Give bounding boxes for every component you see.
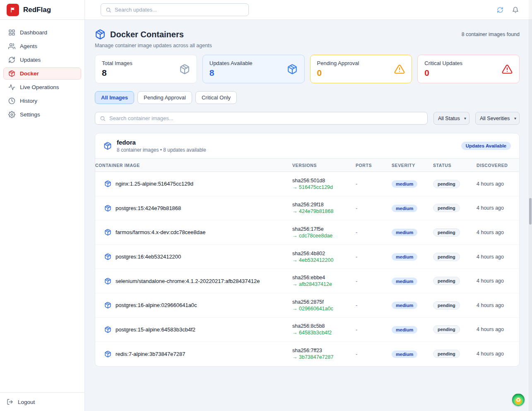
discovered-cell: 4 hours ago bbox=[477, 254, 519, 260]
new-version: → 516475cc129d bbox=[292, 184, 356, 191]
sidebar-item-history[interactable]: History bbox=[3, 95, 81, 107]
table-row-redis-7-alpine-3b73847e7287[interactable]: redis:7-alpine:3b73847e7287 sha256:7ff23… bbox=[95, 342, 519, 366]
versions-cell: sha256:17f5e → cdc78cee8dae bbox=[292, 226, 356, 239]
discovered-cell: 4 hours ago bbox=[477, 278, 519, 284]
app-name: RedFlag bbox=[23, 6, 51, 14]
status-badge: pending bbox=[433, 253, 460, 261]
versions-cell: sha256:2875f → 029660641a0c bbox=[292, 299, 356, 312]
group-header: fedora 8 container images • 8 updates av… bbox=[95, 133, 519, 158]
package-icon bbox=[104, 180, 111, 187]
new-version: → afb28437412e bbox=[292, 281, 356, 288]
stat-value: 8 bbox=[209, 68, 253, 78]
sidebar-item-label: Docker bbox=[20, 70, 39, 77]
refresh-button[interactable] bbox=[497, 7, 503, 13]
sidebar-item-settings[interactable]: Settings bbox=[3, 109, 81, 121]
package-icon bbox=[104, 205, 111, 212]
sidebar-item-docker[interactable]: Docker bbox=[3, 68, 81, 80]
page-title: Docker Containers bbox=[110, 30, 184, 39]
table-row-postgres-15-424e79b81868[interactable]: postgres:15:424e79b81868 sha256:29f18 → … bbox=[95, 196, 519, 221]
versions-cell: sha256:4b802 → 4eb532412200 bbox=[292, 250, 356, 264]
group-name: fedora bbox=[117, 139, 206, 146]
stat-card-total-images: Total Images 8 bbox=[95, 55, 197, 83]
image-search-input[interactable] bbox=[109, 115, 423, 121]
container-image-name: nginx:1.25-alpine:516475cc129d bbox=[116, 181, 193, 187]
sidebar-item-agents[interactable]: Agents bbox=[3, 40, 81, 52]
image-group-card: fedora 8 container images • 8 updates av… bbox=[95, 133, 520, 367]
table-row-postgres-15-alpine-64583b3cb4f2[interactable]: postgres:15-alpine:64583b3cb4f2 sha256:8… bbox=[95, 318, 519, 342]
severity-badge: medium bbox=[392, 326, 417, 334]
main-area: Docker Containers 8 container images fou… bbox=[85, 0, 532, 411]
ports-cell: - bbox=[356, 205, 392, 211]
table-row-postgres-16-alpine-029660641a0c[interactable]: postgres:16-alpine:029660641a0c sha256:2… bbox=[95, 293, 519, 318]
sidebar-nav: Dashboard Agents Updates Docker Live Ope… bbox=[0, 20, 84, 392]
versions-cell: sha256:8c5b8 → 64583b3cb4f2 bbox=[292, 323, 356, 336]
tab-all-images[interactable]: All Images bbox=[95, 91, 134, 104]
notifications-button[interactable] bbox=[512, 7, 519, 13]
new-version: → 424e79b81868 bbox=[292, 208, 356, 215]
severity-filter-select[interactable]: All Severities bbox=[475, 112, 520, 125]
severity-badge: medium bbox=[392, 253, 417, 261]
container-image-name: postgres:16:4eb532412200 bbox=[116, 254, 181, 260]
package-icon bbox=[104, 142, 112, 150]
tab-critical-only[interactable]: Critical Only bbox=[195, 91, 237, 104]
stat-value: 0 bbox=[317, 68, 359, 78]
tab-pending-approval[interactable]: Pending Approval bbox=[137, 91, 192, 104]
package-icon bbox=[179, 64, 190, 75]
severity-badge: medium bbox=[392, 351, 417, 358]
users-icon bbox=[8, 43, 15, 50]
discovered-cell: 4 hours ago bbox=[477, 230, 519, 235]
table-row-farmos-farmos-4-x-dev-cdc78cee8dae[interactable]: farmos/farmos:4.x-dev:cdc78cee8dae sha25… bbox=[95, 220, 519, 245]
sidebar-item-dashboard[interactable]: Dashboard bbox=[3, 27, 81, 39]
table-body: nginx:1.25-alpine:516475cc129d sha256:50… bbox=[95, 172, 519, 366]
stat-card-updates-available: Updates Available 8 bbox=[202, 55, 305, 83]
new-version: → 3b73847e7287 bbox=[292, 354, 356, 360]
severity-badge: medium bbox=[392, 180, 417, 188]
logout-button[interactable]: Logout bbox=[7, 399, 78, 405]
discovered-cell: 4 hours ago bbox=[477, 205, 519, 211]
sidebar: RedFlag Dashboard Agents Updates Docker bbox=[0, 0, 85, 411]
container-image-name: redis:7-alpine:3b73847e7287 bbox=[116, 351, 185, 357]
filter-tabs: All ImagesPending ApprovalCritical Only bbox=[95, 91, 520, 104]
versions-cell: sha256:29f18 → 424e79b81868 bbox=[292, 201, 356, 215]
versions-cell: sha256:ebbe4 → afb28437412e bbox=[292, 274, 356, 288]
container-image-name: selenium/standalone-chrome:4.1.2-2022021… bbox=[116, 278, 260, 284]
sidebar-item-label: Agents bbox=[20, 43, 37, 49]
status-filter: All Status bbox=[433, 112, 469, 125]
search-icon bbox=[106, 7, 111, 13]
status-filter-select[interactable]: All Status bbox=[433, 112, 469, 125]
stat-label: Total Images bbox=[102, 60, 132, 66]
scrollbar-thumb[interactable] bbox=[529, 198, 532, 225]
package-icon bbox=[104, 326, 111, 333]
floating-widget-button[interactable]: ♻ bbox=[512, 394, 525, 406]
activity-icon bbox=[8, 84, 15, 91]
container-image-name: postgres:15:424e79b81868 bbox=[116, 205, 181, 211]
sidebar-item-updates[interactable]: Updates bbox=[3, 54, 81, 66]
stat-card-pending-approval: Pending Approval 0 bbox=[310, 55, 412, 83]
severity-badge: medium bbox=[392, 302, 417, 309]
status-badge: pending bbox=[433, 301, 460, 309]
sidebar-item-live-operations[interactable]: Live Operations bbox=[3, 81, 81, 93]
current-version: sha256:ebbe4 bbox=[292, 274, 356, 281]
severity-badge: medium bbox=[392, 278, 417, 285]
container-image-name: postgres:15-alpine:64583b3cb4f2 bbox=[116, 326, 195, 333]
app-root: RedFlag Dashboard Agents Updates Docker bbox=[0, 0, 532, 411]
status-badge: pending bbox=[433, 204, 460, 212]
sidebar-item-label: Updates bbox=[20, 57, 41, 63]
current-version: sha256:501d8 bbox=[292, 177, 356, 184]
group-meta: 8 container images • 8 updates available bbox=[117, 147, 206, 153]
stat-label: Updates Available bbox=[209, 60, 253, 66]
logout-label: Logout bbox=[18, 399, 35, 405]
table-row-postgres-16-4eb532412200[interactable]: postgres:16:4eb532412200 sha256:4b802 → … bbox=[95, 245, 519, 269]
discovered-cell: 4 hours ago bbox=[477, 351, 519, 357]
current-version: sha256:17f5e bbox=[292, 226, 356, 232]
ports-cell: - bbox=[356, 326, 392, 333]
column-header-ports: PORTS bbox=[356, 163, 392, 168]
updates-search-input[interactable] bbox=[115, 7, 244, 13]
table-row-nginx-1-25-alpine-516475cc129d[interactable]: nginx:1.25-alpine:516475cc129d sha256:50… bbox=[95, 172, 519, 196]
ports-cell: - bbox=[356, 181, 392, 187]
stat-card-critical-updates: Critical Updates 0 bbox=[417, 55, 520, 83]
app-logo-row: RedFlag bbox=[0, 0, 84, 20]
table-row-selenium-standalone-chrome-4-1-2-20220217-afb28437412e[interactable]: selenium/standalone-chrome:4.1.2-2022021… bbox=[95, 269, 519, 293]
package-icon bbox=[8, 70, 15, 77]
new-version: → 029660641a0c bbox=[292, 305, 356, 312]
